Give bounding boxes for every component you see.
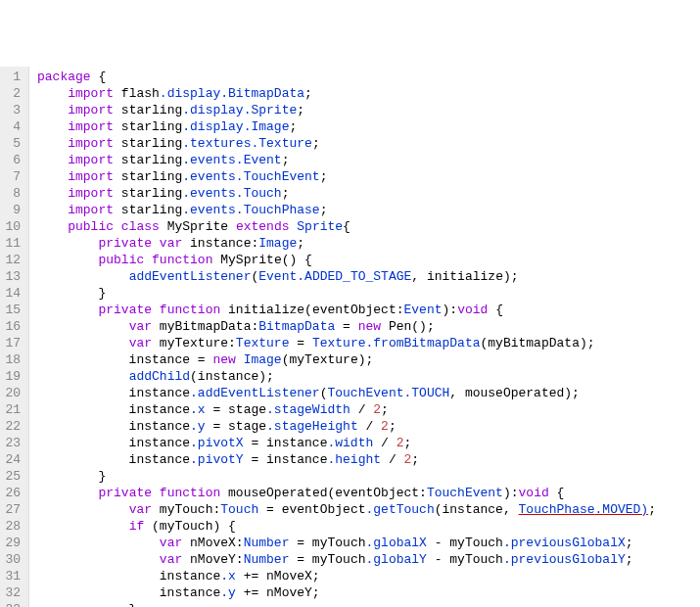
- code-token: += nMoveX;: [236, 569, 320, 584]
- line-number: 28: [4, 518, 21, 535]
- code-token: Sprite: [297, 219, 343, 234]
- code-line: var nMoveY:Number = myTouch.globalY - my…: [37, 551, 700, 568]
- code-token: , mouseOperated);: [449, 386, 580, 400]
- line-number: 17: [4, 335, 21, 351]
- code-token: [37, 219, 68, 234]
- code-line: addChild(instance);: [37, 368, 700, 385]
- code-token: public: [68, 219, 114, 234]
- code-line: import starling.textures.Texture;: [37, 135, 700, 152]
- code-token: {: [91, 70, 107, 84]
- code-token: .display.BitmapData: [160, 86, 304, 101]
- code-line: instance.addEventListener(TouchEvent.TOU…: [37, 385, 700, 401]
- code-token: nMoveX:: [182, 536, 243, 550]
- code-token: .globalX: [365, 536, 426, 550]
- code-token: void: [457, 303, 488, 317]
- code-token: initialize(eventObject:: [220, 303, 403, 317]
- line-number: 32: [4, 584, 21, 601]
- code-line: instance.pivotX = instance.width / 2;: [37, 435, 700, 451]
- code-token: TouchEvent: [327, 386, 403, 400]
- line-number: 21: [4, 401, 21, 418]
- code-token: [144, 253, 152, 267]
- code-token: ;: [404, 436, 412, 450]
- line-number: 3: [4, 102, 21, 118]
- code-token: starling: [114, 103, 182, 117]
- code-token: instance: [37, 402, 190, 417]
- code-token: (instance,: [435, 502, 519, 517]
- code-token: ;: [411, 452, 419, 467]
- code-editor: 1234567891011121314151617181920212223242…: [0, 67, 700, 607]
- code-token: myTouch:: [152, 502, 220, 517]
- line-number: 13: [4, 268, 21, 285]
- code-token: starling: [114, 203, 182, 217]
- code-token: [152, 303, 160, 317]
- code-token: flash: [114, 86, 160, 101]
- code-token: starling: [114, 153, 182, 167]
- code-line: import starling.events.TouchEvent;: [37, 168, 700, 185]
- code-token: .x: [220, 569, 236, 584]
- code-token: void: [519, 486, 549, 500]
- code-line: import starling.events.TouchPhase;: [37, 202, 700, 218]
- code-token: .ADDED_TO_STAGE: [297, 269, 411, 284]
- line-number: 16: [4, 318, 21, 335]
- code-token: mouseOperated(eventObject:: [220, 486, 427, 500]
- code-token: .stageWidth: [266, 402, 350, 417]
- code-token: [37, 203, 68, 217]
- code-token: import: [68, 119, 114, 134]
- line-number: 27: [4, 501, 21, 518]
- code-token: /: [373, 436, 396, 450]
- code-token: [152, 236, 160, 251]
- code-token: instance: [37, 585, 220, 600]
- code-token: ;: [626, 536, 633, 550]
- code-token: ;: [626, 552, 633, 567]
- code-token: Texture: [236, 336, 290, 350]
- code-token: function: [152, 253, 212, 267]
- code-token: instance:: [182, 236, 258, 251]
- line-number: 15: [4, 302, 21, 318]
- code-token: nMoveY:: [182, 552, 243, 567]
- code-line: }: [37, 601, 700, 607]
- code-token: ;: [297, 236, 304, 251]
- code-token: = instance: [244, 436, 328, 450]
- code-token: ):: [443, 303, 458, 317]
- code-token: instance =: [37, 352, 212, 367]
- code-token: .width: [327, 436, 373, 450]
- code-line: public class MySprite extends Sprite{: [37, 218, 700, 235]
- code-token: .fromBitmapData: [365, 336, 480, 350]
- line-number: 24: [4, 451, 21, 468]
- code-token: 2: [397, 436, 404, 450]
- code-token: .events.TouchEvent: [182, 169, 319, 184]
- code-line: instance.x = stage.stageWidth / 2;: [37, 401, 700, 418]
- code-token: import: [68, 169, 114, 184]
- code-token: [37, 486, 98, 500]
- code-token: {: [488, 303, 503, 317]
- code-token: new: [358, 319, 381, 334]
- code-token: starling: [114, 119, 182, 134]
- code-token: ;: [648, 502, 656, 517]
- code-token: = stage: [206, 419, 266, 434]
- code-token: ;: [304, 86, 312, 101]
- line-number: 30: [4, 551, 21, 568]
- code-line: instance.y += nMoveY;: [37, 584, 700, 601]
- code-token: .pivotX: [190, 436, 244, 450]
- line-number: 25: [4, 468, 21, 485]
- code-line: instance.pivotY = instance.height / 2;: [37, 451, 700, 468]
- code-token: class: [121, 219, 160, 234]
- code-token: var: [129, 319, 152, 334]
- code-token: Image: [258, 236, 297, 251]
- code-token: Event: [258, 269, 297, 284]
- code-token: Texture: [312, 336, 366, 350]
- code-token: [37, 169, 68, 184]
- code-line: var nMoveX:Number = myTouch.globalX - my…: [37, 535, 700, 551]
- line-number: 26: [4, 485, 21, 501]
- line-number: 31: [4, 568, 21, 584]
- code-token: [37, 502, 129, 517]
- code-token: function: [160, 486, 220, 500]
- code-token: ;: [289, 119, 297, 134]
- line-number: 22: [4, 418, 21, 435]
- code-token: .stageHeight: [266, 419, 358, 434]
- code-token: ):: [503, 486, 519, 500]
- code-token: .getTouch: [365, 502, 434, 517]
- code-line: import starling.events.Touch;: [37, 185, 700, 202]
- code-token: private: [98, 303, 152, 317]
- code-token: instance: [37, 569, 220, 584]
